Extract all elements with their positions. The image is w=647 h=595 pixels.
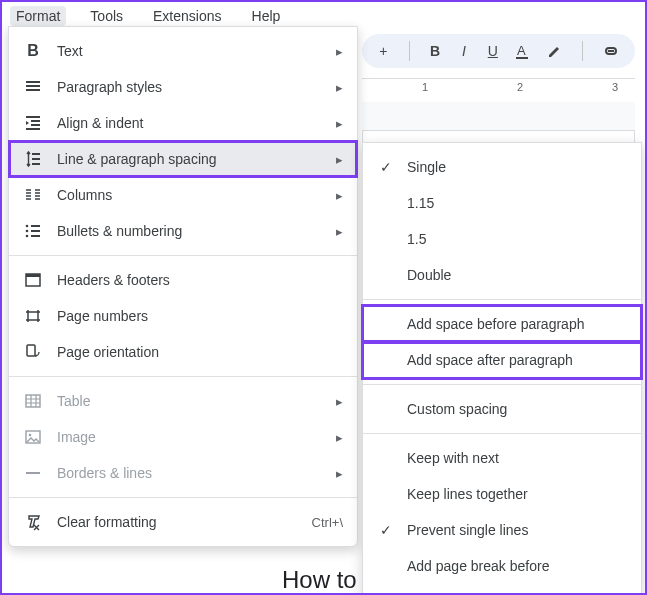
svg-rect-6: [26, 274, 40, 277]
submenu-item-add-space-before[interactable]: Add space before paragraph: [363, 306, 641, 342]
bold-icon: B: [23, 41, 43, 61]
menu-item-label: Bullets & numbering: [57, 223, 322, 239]
svg-rect-7: [27, 345, 35, 356]
submenu-item-double[interactable]: Double: [363, 257, 641, 293]
ruler: 1 2 3: [362, 78, 635, 98]
menu-separator: [9, 376, 357, 377]
underline-button[interactable]: U: [485, 41, 500, 61]
italic-button[interactable]: I: [457, 41, 472, 61]
menu-item-headers-footers[interactable]: Headers & footers: [9, 262, 357, 298]
page-numbers-icon: [23, 306, 43, 326]
menu-item-image: Image ▸: [9, 419, 357, 455]
svg-text:A: A: [517, 43, 526, 58]
toolbar: + B I U A: [362, 34, 635, 68]
highlight-button[interactable]: [546, 41, 564, 61]
menu-item-label: Clear formatting: [57, 514, 298, 530]
chevron-right-icon: ▸: [336, 44, 343, 59]
separator: [409, 41, 410, 61]
submenu-item-115[interactable]: 1.15: [363, 185, 641, 221]
chevron-right-icon: ▸: [336, 430, 343, 445]
menu-separator: [9, 497, 357, 498]
submenu-item-label: 1.5: [407, 231, 627, 247]
chevron-right-icon: ▸: [336, 466, 343, 481]
menu-item-label: Headers & footers: [57, 272, 343, 288]
menu-item-label: Line & paragraph spacing: [57, 151, 322, 167]
bold-button[interactable]: B: [428, 41, 443, 61]
menu-item-label: Page orientation: [57, 344, 343, 360]
columns-icon: [23, 185, 43, 205]
menu-extensions[interactable]: Extensions: [147, 6, 227, 26]
menu-item-label: Align & indent: [57, 115, 322, 131]
menu-item-columns[interactable]: Columns ▸: [9, 177, 357, 213]
svg-point-2: [26, 225, 29, 228]
image-icon: [23, 427, 43, 447]
menu-item-label: Borders & lines: [57, 465, 322, 481]
svg-rect-8: [26, 395, 40, 407]
menu-item-page-numbers[interactable]: Page numbers: [9, 298, 357, 334]
bullets-icon: [23, 221, 43, 241]
svg-point-10: [29, 434, 32, 437]
borders-lines-icon: [23, 463, 43, 483]
submenu-item-custom-spacing[interactable]: Custom spacing: [363, 391, 641, 427]
ruler-mark: 2: [517, 81, 523, 93]
separator: [582, 41, 583, 61]
menu-item-text[interactable]: B Text ▸: [9, 33, 357, 69]
menu-item-page-orientation[interactable]: Page orientation: [9, 334, 357, 370]
menu-separator: [9, 255, 357, 256]
svg-point-3: [26, 230, 29, 233]
check-icon: ✓: [377, 522, 395, 538]
submenu-item-label: 1.15: [407, 195, 627, 211]
paragraph-styles-icon: [23, 77, 43, 97]
menu-item-borders-lines: Borders & lines ▸: [9, 455, 357, 491]
insert-link-button[interactable]: [601, 41, 621, 61]
submenu-item-prevent-single-lines[interactable]: ✓ Prevent single lines: [363, 512, 641, 548]
clear-formatting-icon: [23, 512, 43, 532]
menu-item-line-spacing[interactable]: Line & paragraph spacing ▸: [9, 141, 357, 177]
submenu-item-add-space-after[interactable]: Add space after paragraph: [363, 342, 641, 378]
submenu-item-label: Add space after paragraph: [407, 352, 627, 368]
menu-help[interactable]: Help: [246, 6, 287, 26]
submenu-item-single[interactable]: ✓ Single: [363, 149, 641, 185]
align-indent-icon: [23, 113, 43, 133]
submenu-item-label: Double: [407, 267, 627, 283]
submenu-item-label: Add page break before: [407, 558, 627, 574]
menu-separator: [363, 433, 641, 434]
chevron-right-icon: ▸: [336, 80, 343, 95]
submenu-item-label: Custom spacing: [407, 401, 627, 417]
text-color-button[interactable]: A: [514, 41, 532, 61]
submenu-item-label: Add space before paragraph: [407, 316, 627, 332]
menu-item-label: Page numbers: [57, 308, 343, 324]
svg-point-4: [26, 235, 29, 238]
menu-item-table: Table ▸: [9, 383, 357, 419]
chevron-right-icon: ▸: [336, 394, 343, 409]
submenu-item-keep-lines-together[interactable]: Keep lines together: [363, 476, 641, 512]
chevron-right-icon: ▸: [336, 188, 343, 203]
document-body-text: How to: [282, 566, 357, 594]
menu-format[interactable]: Format: [10, 6, 66, 26]
menu-item-align-indent[interactable]: Align & indent ▸: [9, 105, 357, 141]
submenu-item-label: Keep with next: [407, 450, 627, 466]
menu-item-clear-formatting[interactable]: Clear formatting Ctrl+\: [9, 504, 357, 540]
submenu-item-label: Single: [407, 159, 627, 175]
ruler-mark: 3: [612, 81, 618, 93]
line-spacing-icon: [23, 149, 43, 169]
headers-footers-icon: [23, 270, 43, 290]
menu-item-label: Text: [57, 43, 322, 59]
menu-item-shortcut: Ctrl+\: [312, 515, 343, 530]
menu-item-paragraph-styles[interactable]: Paragraph styles ▸: [9, 69, 357, 105]
chevron-right-icon: ▸: [336, 224, 343, 239]
submenu-item-15[interactable]: 1.5: [363, 221, 641, 257]
submenu-item-add-page-break-before[interactable]: Add page break before: [363, 548, 641, 584]
chevron-right-icon: ▸: [336, 152, 343, 167]
menu-tools[interactable]: Tools: [84, 6, 129, 26]
menu-item-label: Paragraph styles: [57, 79, 322, 95]
chevron-right-icon: ▸: [336, 116, 343, 131]
submenu-item-keep-with-next[interactable]: Keep with next: [363, 440, 641, 476]
submenu-item-label: Prevent single lines: [407, 522, 627, 538]
menu-item-label: Columns: [57, 187, 322, 203]
menu-item-bullets-numbering[interactable]: Bullets & numbering ▸: [9, 213, 357, 249]
check-icon: ✓: [377, 159, 395, 175]
plus-button[interactable]: +: [376, 41, 391, 61]
svg-rect-1: [516, 57, 528, 59]
submenu-item-label: Keep lines together: [407, 486, 627, 502]
